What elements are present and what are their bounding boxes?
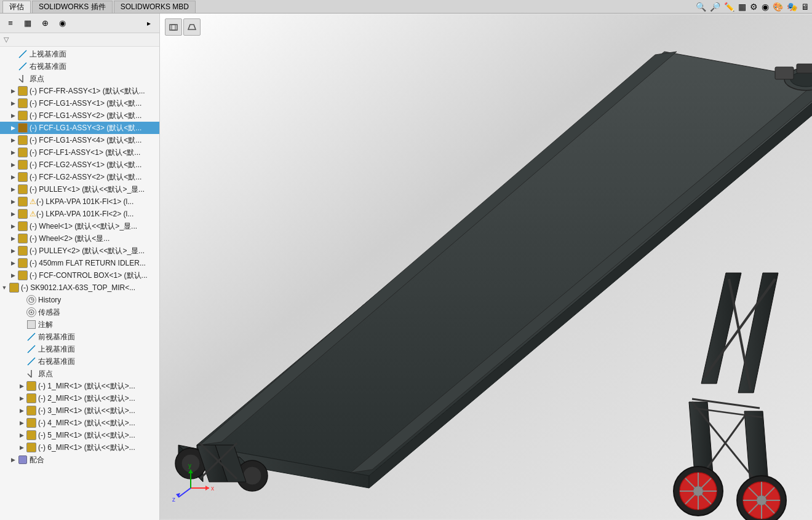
- tree-item-fcf-lg1-3[interactable]: (-) FCF-LG1-ASSY<3> (默认<默...: [0, 122, 159, 134]
- origin-icon: [17, 73, 28, 84]
- expander[interactable]: [9, 174, 17, 180]
- color-icon[interactable]: 🎨: [773, 2, 783, 12]
- pencil-icon[interactable]: ✏️: [724, 2, 734, 12]
- tree-item-fcf-lg2-2[interactable]: (-) FCF-LG2-ASSY<2> (默认<默...: [0, 171, 159, 183]
- expander[interactable]: [9, 112, 17, 119]
- tree-item-wheel1[interactable]: (-) Wheel<1> (默认<<默认>_显...: [0, 220, 159, 232]
- expander[interactable]: [9, 272, 17, 278]
- item-label: 前视基准面: [38, 332, 75, 342]
- expander[interactable]: [17, 408, 26, 414]
- svg-line-17: [188, 25, 190, 30]
- expander[interactable]: [9, 199, 17, 205]
- expander[interactable]: [9, 88, 17, 94]
- plane-icon: [26, 331, 37, 342]
- menu-tab-mbd[interactable]: SOLIDWORKS MBD: [114, 1, 196, 13]
- tree-item-mir6[interactable]: (-) 6_MIR<1> (默认<<默认>...: [0, 441, 159, 454]
- expander[interactable]: [9, 260, 17, 266]
- tree-item-origin[interactable]: 原点: [0, 73, 159, 85]
- grid-view-btn[interactable]: ▦: [20, 15, 36, 31]
- tree-item-notes[interactable]: 注解: [0, 318, 159, 331]
- more-btn[interactable]: ▸: [141, 15, 157, 31]
- tree-item-mir2[interactable]: (-) 2_MIR<1> (默认<<默认>...: [0, 392, 159, 404]
- search2-icon[interactable]: 🔎: [710, 2, 720, 12]
- tree-item-sensors[interactable]: 传感器: [0, 306, 159, 318]
- tree-container[interactable]: 上视基准面 右视基准面 原点: [0, 47, 159, 520]
- tree-item-lkpa-2[interactable]: ⚠ (-) LKPA-VPA 101K-FI<2> (l...: [0, 208, 159, 220]
- expander[interactable]: [9, 162, 17, 168]
- tree-item-mir5[interactable]: (-) 5_MIR<1> (默认<<默认>...: [0, 429, 159, 441]
- tree-item-fcf-lg1-1[interactable]: (-) FCF-LG1-ASSY<1> (默认<默...: [0, 97, 159, 109]
- expander[interactable]: [17, 444, 26, 451]
- expander[interactable]: [17, 432, 26, 438]
- component-icon: [17, 122, 28, 133]
- viewport[interactable]: x y z: [160, 14, 812, 520]
- origin-icon: [26, 368, 37, 379]
- monitor-icon[interactable]: 🖥: [801, 2, 810, 12]
- tree-item-origin2[interactable]: 原点: [0, 368, 159, 380]
- palette-icon[interactable]: 🎭: [787, 2, 797, 12]
- tree-item-shang-ji-zhun[interactable]: 上视基准面: [0, 48, 159, 60]
- expander[interactable]: [9, 100, 17, 106]
- view3d-icon[interactable]: ◉: [762, 2, 769, 12]
- expander[interactable]: [9, 223, 17, 229]
- svg-line-11: [28, 358, 35, 365]
- expander[interactable]: [9, 457, 17, 463]
- item-label: (-) Wheel<2> (默认<显...: [30, 234, 109, 244]
- tree-item-fcf-lf1[interactable]: (-) FCF-LF1-ASSY<1> (默认<默...: [0, 146, 159, 159]
- tree-item-control-box[interactable]: (-) FCF-CONTROL BOX<1> (默认...: [0, 269, 159, 282]
- expander[interactable]: [9, 211, 17, 217]
- tree-item-right-plane[interactable]: 右视基准面: [0, 355, 159, 368]
- tree-item-flat-return[interactable]: (-) 450mm FLAT RETURN IDLER...: [0, 257, 159, 269]
- search-icon[interactable]: 🔍: [696, 2, 706, 12]
- crosshair-btn[interactable]: ⊕: [37, 15, 53, 31]
- svg-text:z: z: [172, 496, 175, 503]
- expander[interactable]: [17, 420, 26, 426]
- expander[interactable]: [0, 285, 9, 291]
- expander[interactable]: [9, 186, 17, 192]
- menu-tab-evaluate[interactable]: 评估: [2, 1, 31, 13]
- tree-item-top-plane[interactable]: 上视基准面: [0, 343, 159, 355]
- expander[interactable]: [17, 383, 26, 389]
- item-label: (-) 450mm FLAT RETURN IDLER...: [30, 259, 146, 267]
- tree-item-fcf-lg1-4[interactable]: (-) FCF-LG1-ASSY<4> (默认<默...: [0, 134, 159, 146]
- tree-item-mir1[interactable]: (-) 1_MIR<1> (默认<<默认>...: [0, 380, 159, 392]
- tree-item-mir4[interactable]: (-) 4_MIR<1> (默认<<默认>...: [0, 417, 159, 429]
- expander[interactable]: [9, 125, 17, 131]
- history-icon: [26, 294, 37, 305]
- expander[interactable]: [9, 149, 17, 156]
- tree-item-pulley2[interactable]: (-) PULLEY<2> (默认<<默认>_显...: [0, 245, 159, 257]
- donut-btn[interactable]: ◉: [54, 15, 70, 31]
- list-view-btn[interactable]: ≡: [2, 15, 18, 31]
- tree-item-pulley1[interactable]: (-) PULLEY<1> (默认<<默认>_显...: [0, 183, 159, 195]
- tree-item-fcf-fr-assy[interactable]: (-) FCF-FR-ASSY<1> (默认<默认...: [0, 85, 159, 97]
- view-perspective-btn[interactable]: [183, 18, 201, 36]
- menu-tab-plugins[interactable]: SOLIDWORKS 插件: [32, 1, 113, 13]
- layers-icon[interactable]: ▦: [738, 2, 746, 12]
- expander[interactable]: [9, 248, 17, 254]
- tree-item-mir3[interactable]: (-) 3_MIR<1> (默认<<默认>...: [0, 404, 159, 417]
- item-label: (-) PULLEY<1> (默认<<默认>_显...: [30, 184, 145, 195]
- item-label: (-) FCF-LG2-ASSY<2> (默认<默...: [30, 172, 141, 183]
- 3d-model: x y z: [160, 14, 812, 520]
- item-label: (-) FCF-LG1-ASSY<1> (默认<默...: [30, 98, 141, 109]
- view-front-btn[interactable]: [165, 18, 182, 36]
- tree-item-fcf-lg1-2[interactable]: (-) FCF-LG1-ASSY<2> (默认<默...: [0, 109, 159, 122]
- tree-item-wheel2[interactable]: (-) Wheel<2> (默认<显...: [0, 232, 159, 245]
- tree-item-mate[interactable]: 配合: [0, 454, 159, 466]
- expander[interactable]: [9, 137, 17, 143]
- expander[interactable]: [17, 395, 26, 401]
- expander[interactable]: [9, 235, 17, 242]
- tree-item-fcf-lg2-1[interactable]: (-) FCF-LG2-ASSY<1> (默认<默...: [0, 159, 159, 171]
- tree-item-history[interactable]: History: [0, 294, 159, 306]
- warning-icon: ⚠: [30, 210, 36, 218]
- tree-item-lkpa-1[interactable]: ⚠ (-) LKPA-VPA 101K-FI<1> (l...: [0, 195, 159, 208]
- settings-icon[interactable]: ⚙: [750, 2, 758, 12]
- tree-item-you-ji-zhun[interactable]: 右视基准面: [0, 60, 159, 73]
- tree-item-front-plane[interactable]: 前视基准面: [0, 331, 159, 343]
- item-label: (-) FCF-LG2-ASSY<1> (默认<默...: [30, 160, 141, 170]
- tree-item-sk9012[interactable]: (-) SK9012.1AX-63S_TOP_MIR<...: [0, 282, 159, 294]
- item-label: (-) 6_MIR<1> (默认<<默认>...: [38, 443, 135, 453]
- plane-icon: [17, 61, 28, 72]
- filter-row: ▽: [0, 33, 159, 47]
- notes-icon: [26, 319, 37, 330]
